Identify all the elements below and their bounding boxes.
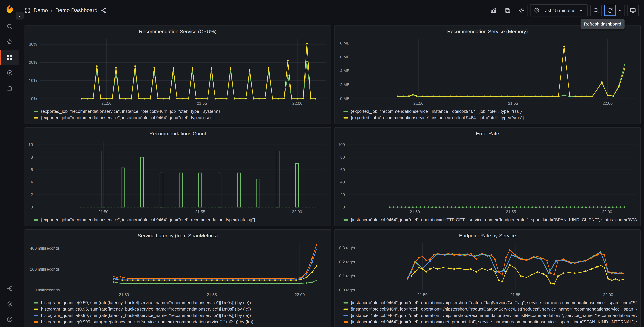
- sidebar-item-configuration[interactable]: [0, 296, 19, 312]
- zoom-out-time-button[interactable]: [590, 4, 602, 16]
- memory-legend: {exported_job="recommendationservice", i…: [334, 108, 640, 124]
- svg-text:0: 0: [342, 205, 345, 209]
- panel-title[interactable]: Recommendation Service (CPU%): [25, 27, 330, 36]
- recommendations-count-chart[interactable]: 024681021:5021:5522:00: [25, 138, 330, 216]
- legend-item[interactable]: {exported_job="recommendationservice", i…: [34, 108, 327, 114]
- legend-series-marker: [343, 321, 348, 322]
- sidebar-item-search[interactable]: [0, 19, 19, 34]
- legend-series-label: histogram_quantile(0.999, sum(rate(laten…: [41, 319, 253, 324]
- legend-series-marker: [34, 315, 38, 316]
- legend-series-label: {exported_job="recommendationservice", i…: [41, 217, 255, 222]
- cycle-view-mode-button[interactable]: [627, 4, 639, 16]
- error-rate-chart-svg: 02040608010021:5021:5522:00: [334, 138, 640, 216]
- breadcrumb-separator: /: [51, 8, 52, 13]
- legend-series-label: histogram_quantile(0.50, sum(rate(latenc…: [41, 300, 251, 305]
- endpoint-rate-chart[interactable]: 0.0 req/s0.1 req/s0.2 req/s0.3 req/s21:5…: [334, 240, 640, 299]
- svg-text:10: 10: [28, 142, 33, 147]
- legend-item[interactable]: {exported_job="recommendationservice", i…: [343, 108, 637, 114]
- svg-text:0.1 req/s: 0.1 req/s: [339, 274, 355, 278]
- refresh-icon: [607, 7, 613, 13]
- alerting-bell-icon: [6, 85, 13, 92]
- legend-series-marker: [34, 321, 38, 322]
- service-latency-chart[interactable]: 0 milliseconds200 milliseconds400 millis…: [25, 240, 330, 299]
- legend-item[interactable]: histogram_quantile(0.99, sum(rate(latenc…: [34, 312, 327, 318]
- service-latency-legend: histogram_quantile(0.50, sum(rate(latenc…: [25, 299, 330, 327]
- add-panel-button[interactable]: [488, 4, 499, 16]
- time-range-picker[interactable]: Last 15 minutes: [530, 4, 588, 16]
- svg-text:21:55: 21:55: [508, 101, 518, 106]
- legend-item[interactable]: histogram_quantile(0.95, sum(rate(latenc…: [34, 306, 327, 312]
- share-icon[interactable]: [100, 7, 106, 13]
- sidebar-item-help[interactable]: [0, 312, 19, 327]
- refresh-interval-button[interactable]: [616, 4, 624, 16]
- dashboard-settings-button[interactable]: [516, 4, 528, 16]
- zoom-out-icon: [593, 7, 599, 13]
- svg-text:60: 60: [340, 167, 345, 172]
- svg-text:6 MB: 6 MB: [340, 55, 349, 59]
- legend-item[interactable]: {instance="otelcol:9464", job="otel", op…: [343, 312, 637, 318]
- svg-text:40: 40: [340, 180, 345, 184]
- refresh-tooltip: Refresh dashboard: [581, 19, 624, 29]
- sidebar-expand-button[interactable]: [16, 12, 24, 20]
- legend-item[interactable]: {exported_job="recommendationservice", i…: [34, 216, 327, 223]
- legend-item[interactable]: histogram_quantile(0.999, sum(rate(laten…: [34, 318, 327, 325]
- memory-chart[interactable]: 0 MB2 MB4 MB6 MB8 MB21:5021:5522:00: [334, 36, 640, 108]
- breadcrumb-folder[interactable]: Demo: [34, 7, 48, 13]
- error-rate-chart[interactable]: 02040608010021:5021:5522:00: [334, 138, 640, 216]
- panel-title[interactable]: Recommendations Count: [25, 129, 330, 138]
- legend-item[interactable]: {instance="otelcol:9464", job="otel", op…: [343, 318, 637, 325]
- legend-series-label: {instance="otelcol:9464", job="otel", op…: [351, 319, 637, 324]
- save-dashboard-button[interactable]: [502, 4, 514, 16]
- panel-title[interactable]: Error Rate: [334, 129, 640, 138]
- sidebar-item-alerting[interactable]: [0, 80, 19, 96]
- memory-chart-svg: 0 MB2 MB4 MB6 MB8 MB21:5021:5522:00: [334, 36, 640, 108]
- main-area: Demo / Demo Dashboard Last 15 minutes: [19, 0, 644, 327]
- add-panel-icon: [490, 7, 496, 13]
- svg-text:22:00: 22:00: [602, 101, 612, 106]
- svg-text:22:00: 22:00: [295, 292, 305, 297]
- svg-text:22:00: 22:00: [292, 210, 302, 214]
- legend-item[interactable]: {exported_job="recommendationservice", i…: [343, 114, 637, 121]
- legend-item[interactable]: histogram_quantile(0.50, sum(rate(latenc…: [34, 300, 327, 306]
- svg-text:20%: 20%: [29, 60, 37, 65]
- cycle-view-mode-monitor-icon: [630, 7, 636, 13]
- svg-text:0.2 req/s: 0.2 req/s: [339, 260, 355, 264]
- panel-recommendation-memory: Recommendation Service (Memory) 0 MB2 MB…: [334, 25, 641, 124]
- svg-text:200 milliseconds: 200 milliseconds: [30, 267, 60, 272]
- legend-series-label: {instance="otelcol:9464", job="otel", op…: [351, 217, 637, 222]
- cpu-legend: {exported_job="recommendationservice", i…: [25, 108, 330, 124]
- legend-item[interactable]: {instance="otelcol:9464", job="otel", op…: [343, 306, 637, 312]
- legend-item[interactable]: {instance="otelcol:9464", job="otel", op…: [343, 300, 637, 306]
- chevron-right-icon: [18, 14, 22, 18]
- svg-text:30%: 30%: [29, 42, 37, 46]
- legend-item[interactable]: {instance="otelcol:9464", job="otel", op…: [343, 216, 637, 223]
- svg-text:21:50: 21:50: [413, 101, 423, 106]
- panel-error-rate: Error Rate 02040608010021:5021:5522:00 {…: [334, 127, 641, 226]
- legend-series-label: histogram_quantile(0.95, sum(rate(latenc…: [41, 306, 251, 312]
- topbar: Demo / Demo Dashboard Last 15 minutes: [19, 0, 644, 20]
- sidebar-item-sign-in[interactable]: [0, 281, 19, 296]
- sidebar: [0, 0, 19, 327]
- breadcrumb-dashboard[interactable]: Demo Dashboard: [56, 7, 98, 13]
- explore-compass-icon: [6, 70, 13, 76]
- legend-series-label: {instance="otelcol:9464", job="otel", op…: [351, 313, 637, 318]
- panel-title[interactable]: Endpoint Rate by Service: [334, 231, 640, 240]
- svg-text:22:00: 22:00: [602, 210, 612, 214]
- cpu-chart[interactable]: 0%10%20%30%21:5021:5522:00: [25, 36, 330, 108]
- svg-text:80: 80: [340, 155, 345, 160]
- dashboard-grid: Recommendation Service (CPU%) 0%10%20%30…: [19, 20, 644, 327]
- legend-series-marker: [343, 110, 348, 112]
- svg-text:21:50: 21:50: [417, 292, 428, 297]
- svg-text:21:55: 21:55: [195, 210, 205, 214]
- refresh-dashboard-button[interactable]: [604, 4, 616, 16]
- panel-title[interactable]: Service Latency (from SpanMetrics): [25, 231, 330, 240]
- save-dashboard-icon: [505, 7, 511, 13]
- legend-item[interactable]: {exported_job="recommendationservice", i…: [34, 114, 327, 121]
- sidebar-item-starred[interactable]: [0, 34, 19, 50]
- svg-text:21:50: 21:50: [102, 101, 112, 106]
- sidebar-item-explore[interactable]: [0, 65, 19, 80]
- legend-series-label: histogram_quantile(0.99, sum(rate(latenc…: [41, 313, 251, 318]
- svg-text:4: 4: [31, 180, 33, 184]
- sidebar-item-dashboards[interactable]: [0, 50, 19, 65]
- svg-text:400 milliseconds: 400 milliseconds: [30, 246, 60, 250]
